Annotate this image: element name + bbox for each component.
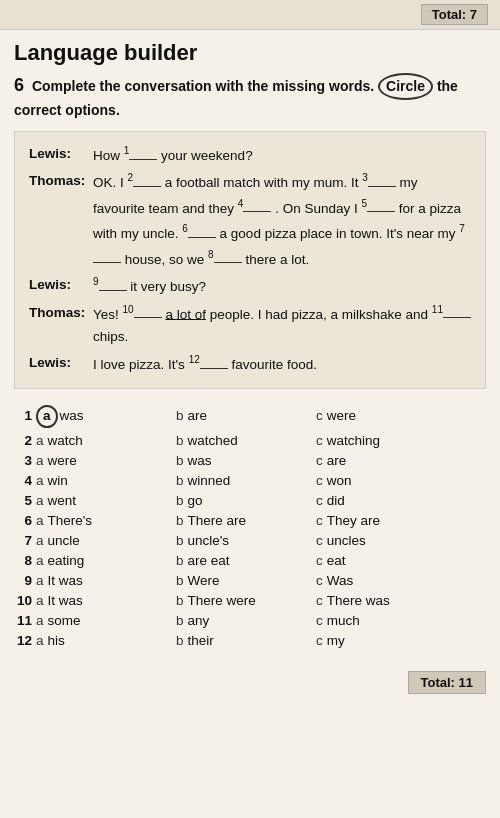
instruction-text: Complete the conversation with the missi…	[32, 78, 374, 94]
opt-num-11: 11	[14, 613, 36, 628]
opt-num-4: 4	[14, 473, 36, 488]
speech-lewis2: 9 it very busy?	[93, 273, 471, 298]
opt-b-6: b There are	[176, 513, 316, 528]
opt-c-10: c There was	[316, 593, 390, 608]
opt-c-3: c are	[316, 453, 346, 468]
opt-b-2: b watched	[176, 433, 316, 448]
option-row-5: 5 a went b go c did	[14, 493, 486, 508]
speech-lewis1: How 1 your weekend?	[93, 142, 471, 167]
top-total: Total: 7	[421, 4, 488, 25]
options-section: 1 a was b are c were 2 a watch b watched…	[0, 401, 500, 663]
option-row-4: 4 a win b winned c won	[14, 473, 486, 488]
conversation-row-thomas2: Thomas: Yes! 10 a lot of people. I had p…	[29, 301, 471, 349]
opt-a-5: a went	[36, 493, 176, 508]
opt-c-7: c uncles	[316, 533, 366, 548]
opt-a-4: a win	[36, 473, 176, 488]
conversation-row-thomas1: Thomas: OK. I 2 a football match with my…	[29, 169, 471, 271]
opt-c-6: c They are	[316, 513, 380, 528]
opt-a-circle-1: a	[36, 405, 58, 428]
option-row-12: 12 a his b their c my	[14, 633, 486, 648]
opt-b-11: b any	[176, 613, 316, 628]
option-row-9: 9 a It was b Were c Was	[14, 573, 486, 588]
opt-num-5: 5	[14, 493, 36, 508]
speaker-thomas1: Thomas:	[29, 169, 87, 271]
conversation-row-lewis2: Lewis: 9 it very busy?	[29, 273, 471, 298]
opt-b-3: b was	[176, 453, 316, 468]
opt-num-3: 3	[14, 453, 36, 468]
opt-a-3: a were	[36, 453, 176, 468]
opt-c-12: c my	[316, 633, 345, 648]
opt-c-2: c watching	[316, 433, 380, 448]
opt-c-8: c eat	[316, 553, 346, 568]
option-row-1: 1 a was b are c were	[14, 405, 486, 428]
speaker-lewis1: Lewis:	[29, 142, 87, 167]
option-row-10: 10 a It was b There were c There was	[14, 593, 486, 608]
opt-num-6: 6	[14, 513, 36, 528]
opt-b-1: b are	[176, 408, 316, 423]
opt-num-10: 10	[14, 593, 36, 608]
circle-label: Circle	[378, 73, 433, 100]
opt-b-5: b go	[176, 493, 316, 508]
bottom-total-bar: Total: 11	[0, 663, 500, 702]
opt-b-12: b their	[176, 633, 316, 648]
speaker-lewis2: Lewis:	[29, 273, 87, 298]
conversation-row-lewis3: Lewis: I love pizza. It's 12 favourite f…	[29, 351, 471, 376]
opt-num-12: 12	[14, 633, 36, 648]
opt-b-8: b are eat	[176, 553, 316, 568]
opt-num-2: 2	[14, 433, 36, 448]
opt-a-9: a It was	[36, 573, 176, 588]
opt-num-9: 9	[14, 573, 36, 588]
opt-a-6: a There's	[36, 513, 176, 528]
option-row-7: 7 a uncle b uncle's c uncles	[14, 533, 486, 548]
opt-a-2: a watch	[36, 433, 176, 448]
speech-thomas1: OK. I 2 a football match with my mum. It…	[93, 169, 471, 271]
bottom-total-badge: Total: 11	[408, 671, 487, 694]
opt-num-7: 7	[14, 533, 36, 548]
speech-thomas2: Yes! 10 a lot of people. I had pizza, a …	[93, 301, 471, 349]
option-row-2: 2 a watch b watched c watching	[14, 433, 486, 448]
speaker-lewis3: Lewis:	[29, 351, 87, 376]
top-bar: Total: 7	[0, 0, 500, 30]
opt-c-4: c won	[316, 473, 352, 488]
opt-c-5: c did	[316, 493, 345, 508]
opt-num-8: 8	[14, 553, 36, 568]
opt-a-8: a eating	[36, 553, 176, 568]
opt-a-1: a was	[36, 405, 176, 428]
section-number: 6	[14, 75, 24, 95]
opt-c-9: c Was	[316, 573, 353, 588]
opt-a-11: a some	[36, 613, 176, 628]
opt-b-10: b There were	[176, 593, 316, 608]
opt-a-7: a uncle	[36, 533, 176, 548]
opt-a-10: a It was	[36, 593, 176, 608]
conversation-row-lewis1: Lewis: How 1 your weekend?	[29, 142, 471, 167]
opt-c-1: c were	[316, 408, 356, 423]
option-row-6: 6 a There's b There are c They are	[14, 513, 486, 528]
opt-b-7: b uncle's	[176, 533, 316, 548]
opt-b-9: b Were	[176, 573, 316, 588]
speaker-thomas2: Thomas:	[29, 301, 87, 349]
opt-b-4: b winned	[176, 473, 316, 488]
speech-lewis3: I love pizza. It's 12 favourite food.	[93, 351, 471, 376]
opt-a-12: a his	[36, 633, 176, 648]
conversation-box: Lewis: How 1 your weekend? Thomas: OK. I…	[14, 131, 486, 389]
option-row-11: 11 a some b any c much	[14, 613, 486, 628]
option-row-8: 8 a eating b are eat c eat	[14, 553, 486, 568]
opt-c-11: c much	[316, 613, 360, 628]
option-row-3: 3 a were b was c are	[14, 453, 486, 468]
opt-num-1: 1	[14, 408, 36, 423]
section-header: 6 Complete the conversation with the mis…	[0, 72, 500, 131]
page-title: Language builder	[0, 30, 500, 72]
